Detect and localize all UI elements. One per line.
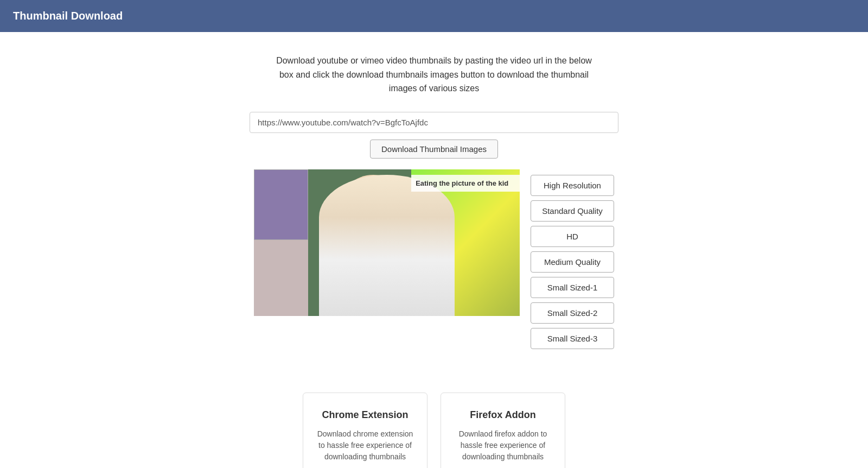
app-header: Thumbnail Download — [0, 0, 868, 32]
cards-section: Chrome Extension Downlaod chrome extensi… — [303, 393, 565, 468]
chrome-card-title: Chrome Extension — [316, 409, 414, 421]
main-content: Download youtube or vimeo video thumbnai… — [0, 32, 868, 468]
firefox-addon-card: Firefox Addon Downlaod firefox addon to … — [441, 393, 565, 468]
download-button[interactable]: Download Thumbnail Images — [370, 140, 498, 159]
quality-buttons-panel: High Resolution Standard Quality HD Medi… — [531, 175, 614, 349]
small-sized-1-button[interactable]: Small Sized-1 — [531, 277, 614, 298]
thumbnail-text-overlay: Eating the picture of the kid — [411, 175, 520, 192]
left-bottom-panel — [254, 240, 308, 316]
standard-quality-button[interactable]: Standard Quality — [531, 200, 614, 222]
small-sized-2-button[interactable]: Small Sized-2 — [531, 302, 614, 324]
page-description: Download youtube or vimeo video thumbnai… — [271, 54, 597, 96]
medium-quality-button[interactable]: Medium Quality — [531, 251, 614, 273]
firefox-card-title: Firefox Addon — [454, 409, 552, 421]
small-sized-3-button[interactable]: Small Sized-3 — [531, 328, 614, 349]
thumbnail-section: Eating the picture of the kid High Resol… — [254, 169, 614, 349]
url-input-section: Download Thumbnail Images — [250, 112, 618, 159]
high-resolution-button[interactable]: High Resolution — [531, 175, 614, 196]
url-input[interactable] — [250, 112, 618, 133]
firefox-card-description: Downlaod firefox addon to hassle free ex… — [454, 428, 552, 463]
hd-button[interactable]: HD — [531, 226, 614, 247]
thumbnail-image: Eating the picture of the kid — [254, 169, 520, 316]
chrome-card-description: Downlaod chrome extension to hassle free… — [316, 428, 414, 463]
chrome-extension-card: Chrome Extension Downlaod chrome extensi… — [303, 393, 427, 468]
app-title: Thumbnail Download — [13, 10, 123, 22]
person-silhouette — [319, 175, 455, 316]
left-top-panel — [254, 169, 308, 240]
